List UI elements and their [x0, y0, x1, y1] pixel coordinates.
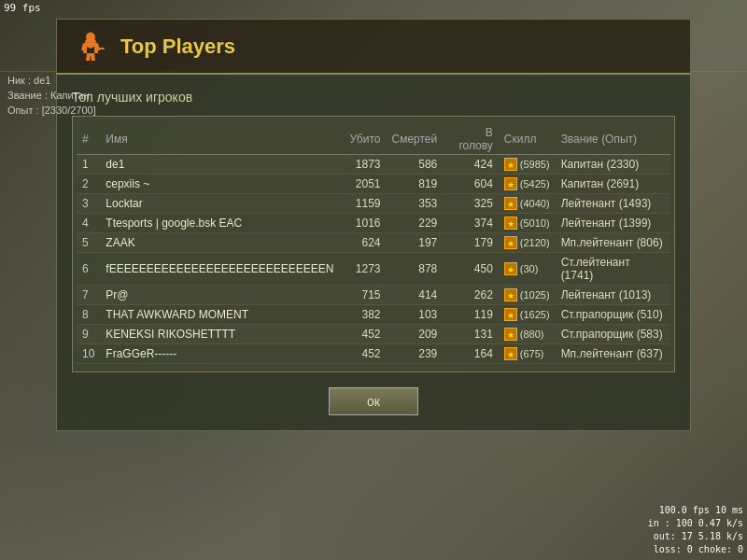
col-name: Имя	[100, 124, 339, 155]
hud-exp: Опыт : [2330/2700]	[7, 103, 96, 118]
cell-skill: ★ (1025)	[499, 286, 556, 305]
col-kills: Убито	[339, 124, 386, 155]
cell-name: Ttesports | google.bsk EAC	[100, 214, 339, 233]
table-row: 1 de1 1873 586 424 ★ (5985) Капитан (233…	[77, 155, 670, 175]
cell-name: серхiis ~	[100, 175, 339, 194]
cell-skill: ★ (30)	[499, 253, 556, 286]
cell-name: de1	[100, 155, 339, 175]
table-header-row: # Имя Убито Смертей В голову Скилл Звани…	[77, 124, 670, 155]
cell-name: Pr@	[100, 286, 339, 305]
cell-rank: 7	[77, 286, 100, 305]
cell-deaths: 103	[386, 305, 443, 325]
cell-hs: 131	[443, 325, 499, 344]
cell-name: fEEEEEEEEEEEEEEEEEEEEEEEEEEEEEN	[100, 253, 339, 286]
cell-name: KENEKSI RIKOSHETTTT	[100, 325, 339, 344]
cell-skill: ★ (2120)	[499, 233, 556, 253]
dialog-title: Top Players	[120, 35, 235, 59]
cell-deaths: 229	[386, 214, 443, 233]
cell-title: Лейтенант (1399)	[556, 214, 670, 233]
table-row: 2 серхiis ~ 2051 819 604 ★ (5425) Капита…	[77, 175, 670, 194]
cell-rank: 10	[77, 344, 100, 364]
ok-button[interactable]: ок	[329, 387, 418, 415]
cell-rank: 2	[77, 175, 100, 194]
stats-loss: loss: 0 choke: 0	[648, 543, 743, 556]
col-rank: #	[77, 124, 100, 155]
cell-rank: 8	[77, 305, 100, 325]
cell-skill: ★ (5010)	[499, 214, 556, 233]
cell-kills: 1159	[339, 194, 386, 214]
svg-rect-2	[98, 48, 105, 49]
stats-out: out: 17 5.18 k/s	[648, 530, 743, 543]
hud-info: Ник : de1 Звание : Капитан Опыт : [2330/…	[7, 73, 96, 118]
cell-hs: 325	[443, 194, 499, 214]
cell-kills: 382	[339, 305, 386, 325]
player-icon	[72, 28, 109, 65]
cell-title: Капитан (2691)	[556, 175, 670, 194]
hud-rank: Звание : Капитан	[7, 88, 96, 103]
cell-deaths: 353	[386, 194, 443, 214]
col-deaths: Смертей	[386, 124, 443, 155]
cell-hs: 164	[443, 344, 499, 364]
cell-rank: 5	[77, 233, 100, 253]
cell-title: Лейтенант (1493)	[556, 194, 670, 214]
cell-rank: 9	[77, 325, 100, 344]
cell-title: Ст.прапорщик (510)	[556, 305, 670, 325]
cell-title: Мп.лейтенант (806)	[556, 233, 670, 253]
table-row: 6 fEEEEEEEEEEEEEEEEEEEEEEEEEEEEEN 1273 8…	[77, 253, 670, 286]
ok-button-row: ок	[72, 387, 675, 415]
cell-hs: 262	[443, 286, 499, 305]
cell-rank: 6	[77, 253, 100, 286]
cell-kills: 624	[339, 233, 386, 253]
cell-deaths: 586	[386, 155, 443, 175]
cell-deaths: 414	[386, 286, 443, 305]
dialog-header: Top Players	[56, 19, 691, 75]
cell-title: Мп.лейтенант (637)	[556, 344, 670, 364]
players-table-container: # Имя Убито Смертей В голову Скилл Звани…	[72, 116, 675, 372]
cell-hs: 179	[443, 233, 499, 253]
stats-in: in : 100 0.47 k/s	[648, 517, 743, 530]
cell-deaths: 197	[386, 233, 443, 253]
cell-kills: 2051	[339, 175, 386, 194]
cell-skill: ★ (4040)	[499, 194, 556, 214]
table-row: 8 THAT AWKWARD MOMENT 382 103 119 ★ (162…	[77, 305, 670, 325]
cell-hs: 374	[443, 214, 499, 233]
cell-rank: 1	[77, 155, 100, 175]
cell-hs: 604	[443, 175, 499, 194]
stats-bottom-right: 100.0 fps 10 ms in : 100 0.47 k/s out: 1…	[648, 504, 743, 556]
cell-name: FraGGeR------	[100, 344, 339, 364]
cell-title: Ст.прапорщик (583)	[556, 325, 670, 344]
cell-hs: 424	[443, 155, 499, 175]
table-row: 9 KENEKSI RIKOSHETTTT 452 209 131 ★ (880…	[77, 325, 670, 344]
section-title: Топ лучших игроков	[72, 90, 675, 105]
table-row: 5 ZAAK 624 197 179 ★ (2120) Мп.лейтенант…	[77, 233, 670, 253]
cell-title: Капитан (2330)	[556, 155, 670, 175]
cell-kills: 715	[339, 286, 386, 305]
cell-name: Locktar	[100, 194, 339, 214]
cell-kills: 1273	[339, 253, 386, 286]
cell-hs: 119	[443, 305, 499, 325]
cell-hs: 450	[443, 253, 499, 286]
cell-skill: ★ (675)	[499, 344, 556, 364]
col-hs: В голову	[443, 124, 499, 155]
table-row: 4 Ttesports | google.bsk EAC 1016 229 37…	[77, 214, 670, 233]
cell-kills: 452	[339, 325, 386, 344]
dialog-main: Топ лучших игроков # Имя Убито Смертей В…	[56, 75, 691, 431]
cell-skill: ★ (1625)	[499, 305, 556, 325]
cell-kills: 1873	[339, 155, 386, 175]
table-row: 3 Locktar 1159 353 325 ★ (4040) Лейтенан…	[77, 194, 670, 214]
cell-rank: 3	[77, 194, 100, 214]
table-row: 10 FraGGeR------ 452 239 164 ★ (675) Мп.…	[77, 344, 670, 364]
cell-skill: ★ (880)	[499, 325, 556, 344]
cell-deaths: 819	[386, 175, 443, 194]
col-title: Звание (Опыт)	[556, 124, 670, 155]
table-row: 7 Pr@ 715 414 262 ★ (1025) Лейтенант (10…	[77, 286, 670, 305]
stats-fps: 100.0 fps 10 ms	[648, 504, 743, 517]
cell-deaths: 878	[386, 253, 443, 286]
cell-deaths: 209	[386, 325, 443, 344]
col-skill: Скилл	[499, 124, 556, 155]
cell-name: THAT AWKWARD MOMENT	[100, 305, 339, 325]
cell-rank: 4	[77, 214, 100, 233]
cell-skill: ★ (5985)	[499, 155, 556, 175]
cell-title: Ст.лейтенант (1741)	[556, 253, 670, 286]
dialog-overlay: Top Players Топ лучших игроков # Имя Уби…	[0, 0, 747, 560]
